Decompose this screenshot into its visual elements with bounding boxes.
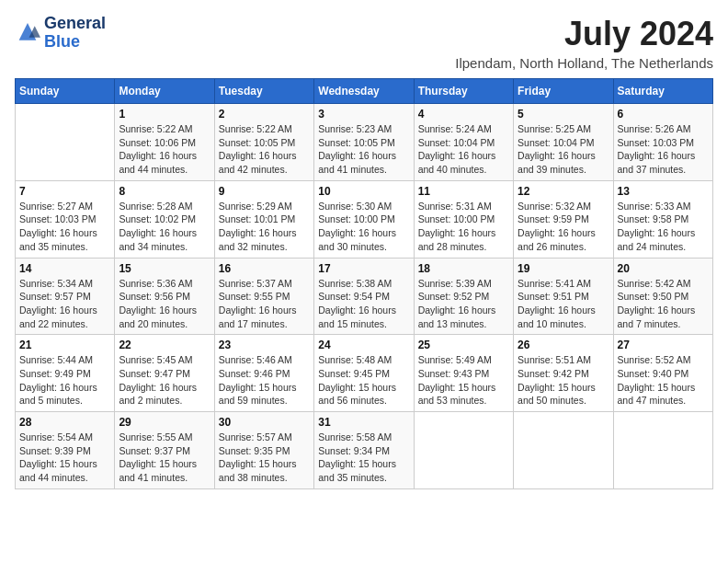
calendar-header-row: SundayMondayTuesdayWednesdayThursdayFrid…	[16, 79, 713, 104]
day-cell: 21Sunrise: 5:44 AM Sunset: 9:49 PM Dayli…	[16, 335, 115, 412]
day-cell: 29Sunrise: 5:55 AM Sunset: 9:37 PM Dayli…	[115, 412, 214, 489]
page-header: General Blue July 2024 Ilpendam, North H…	[15, 15, 713, 71]
day-info: Sunrise: 5:31 AM Sunset: 10:00 PM Daylig…	[418, 200, 509, 254]
week-row-5: 28Sunrise: 5:54 AM Sunset: 9:39 PM Dayli…	[16, 412, 713, 489]
day-number: 18	[418, 262, 509, 275]
day-cell	[514, 412, 613, 489]
day-cell: 23Sunrise: 5:46 AM Sunset: 9:46 PM Dayli…	[214, 335, 313, 412]
day-cell: 27Sunrise: 5:52 AM Sunset: 9:40 PM Dayli…	[613, 335, 712, 412]
day-info: Sunrise: 5:22 AM Sunset: 10:05 PM Daylig…	[219, 122, 310, 177]
day-cell: 18Sunrise: 5:39 AM Sunset: 9:52 PM Dayli…	[414, 258, 513, 335]
title-area: July 2024 Ilpendam, North Holland, The N…	[455, 15, 713, 71]
day-cell: 30Sunrise: 5:57 AM Sunset: 9:35 PM Dayli…	[214, 412, 313, 489]
day-cell: 11Sunrise: 5:31 AM Sunset: 10:00 PM Dayl…	[414, 180, 513, 258]
day-number: 12	[518, 185, 609, 198]
day-cell: 31Sunrise: 5:58 AM Sunset: 9:34 PM Dayli…	[314, 412, 414, 489]
day-number: 16	[219, 262, 310, 275]
day-number: 6	[618, 108, 709, 121]
day-number: 10	[318, 185, 409, 198]
day-info: Sunrise: 5:41 AM Sunset: 9:51 PM Dayligh…	[518, 277, 609, 331]
day-info: Sunrise: 5:54 AM Sunset: 9:39 PM Dayligh…	[19, 431, 110, 485]
day-info: Sunrise: 5:28 AM Sunset: 10:02 PM Daylig…	[119, 200, 210, 254]
day-info: Sunrise: 5:57 AM Sunset: 9:35 PM Dayligh…	[219, 431, 310, 485]
day-number: 28	[19, 416, 110, 429]
day-cell: 7Sunrise: 5:27 AM Sunset: 10:03 PM Dayli…	[16, 180, 115, 258]
logo-line2: Blue	[44, 33, 106, 52]
day-number: 7	[19, 185, 110, 198]
day-cell: 26Sunrise: 5:51 AM Sunset: 9:42 PM Dayli…	[514, 335, 613, 412]
day-info: Sunrise: 5:27 AM Sunset: 10:03 PM Daylig…	[19, 200, 110, 254]
day-cell: 12Sunrise: 5:32 AM Sunset: 9:59 PM Dayli…	[514, 180, 613, 258]
day-cell: 28Sunrise: 5:54 AM Sunset: 9:39 PM Dayli…	[16, 412, 115, 489]
day-cell: 20Sunrise: 5:42 AM Sunset: 9:50 PM Dayli…	[613, 258, 712, 335]
day-number: 3	[318, 108, 409, 121]
day-info: Sunrise: 5:25 AM Sunset: 10:04 PM Daylig…	[518, 122, 609, 177]
day-cell: 4Sunrise: 5:24 AM Sunset: 10:04 PM Dayli…	[414, 104, 513, 181]
day-number: 15	[119, 262, 210, 275]
month-title: July 2024	[455, 15, 713, 53]
day-cell: 22Sunrise: 5:45 AM Sunset: 9:47 PM Dayli…	[115, 335, 214, 412]
day-cell: 25Sunrise: 5:49 AM Sunset: 9:43 PM Dayli…	[414, 335, 513, 412]
logo-text: General Blue	[44, 15, 106, 52]
day-number: 17	[318, 262, 409, 275]
day-info: Sunrise: 5:46 AM Sunset: 9:46 PM Dayligh…	[219, 353, 310, 408]
day-info: Sunrise: 5:38 AM Sunset: 9:54 PM Dayligh…	[318, 277, 409, 331]
logo-line1: General	[44, 15, 106, 33]
day-number: 11	[418, 185, 509, 198]
day-cell: 9Sunrise: 5:29 AM Sunset: 10:01 PM Dayli…	[214, 180, 313, 258]
col-header-friday: Friday	[514, 79, 613, 104]
day-number: 9	[219, 185, 310, 198]
day-info: Sunrise: 5:39 AM Sunset: 9:52 PM Dayligh…	[418, 277, 509, 331]
day-number: 14	[19, 262, 110, 275]
day-number: 23	[219, 339, 310, 351]
day-info: Sunrise: 5:32 AM Sunset: 9:59 PM Dayligh…	[518, 200, 609, 254]
day-cell: 2Sunrise: 5:22 AM Sunset: 10:05 PM Dayli…	[214, 104, 313, 181]
day-info: Sunrise: 5:49 AM Sunset: 9:43 PM Dayligh…	[418, 353, 509, 408]
day-info: Sunrise: 5:42 AM Sunset: 9:50 PM Dayligh…	[618, 277, 709, 331]
day-cell	[16, 104, 115, 181]
day-cell: 19Sunrise: 5:41 AM Sunset: 9:51 PM Dayli…	[514, 258, 613, 335]
day-cell: 8Sunrise: 5:28 AM Sunset: 10:02 PM Dayli…	[115, 180, 214, 258]
day-number: 1	[119, 108, 210, 121]
day-number: 20	[618, 262, 709, 275]
logo: General Blue	[15, 15, 106, 52]
week-row-2: 7Sunrise: 5:27 AM Sunset: 10:03 PM Dayli…	[16, 180, 713, 258]
logo-icon	[15, 20, 40, 46]
day-number: 30	[219, 416, 310, 429]
day-number: 2	[219, 108, 310, 121]
day-number: 27	[618, 339, 709, 351]
day-info: Sunrise: 5:45 AM Sunset: 9:47 PM Dayligh…	[119, 353, 210, 408]
col-header-saturday: Saturday	[613, 79, 712, 104]
day-cell: 3Sunrise: 5:23 AM Sunset: 10:05 PM Dayli…	[314, 104, 414, 181]
location-title: Ilpendam, North Holland, The Netherlands	[455, 55, 713, 71]
day-info: Sunrise: 5:26 AM Sunset: 10:03 PM Daylig…	[618, 122, 709, 177]
day-info: Sunrise: 5:24 AM Sunset: 10:04 PM Daylig…	[418, 122, 509, 177]
day-cell: 14Sunrise: 5:34 AM Sunset: 9:57 PM Dayli…	[16, 258, 115, 335]
day-number: 24	[318, 339, 409, 351]
col-header-thursday: Thursday	[414, 79, 513, 104]
day-info: Sunrise: 5:58 AM Sunset: 9:34 PM Dayligh…	[318, 431, 409, 485]
day-number: 19	[518, 262, 609, 275]
calendar-table: SundayMondayTuesdayWednesdayThursdayFrid…	[15, 78, 713, 489]
day-info: Sunrise: 5:23 AM Sunset: 10:05 PM Daylig…	[318, 122, 409, 177]
day-info: Sunrise: 5:48 AM Sunset: 9:45 PM Dayligh…	[318, 353, 409, 408]
day-number: 21	[19, 339, 110, 351]
day-number: 31	[318, 416, 409, 429]
day-info: Sunrise: 5:37 AM Sunset: 9:55 PM Dayligh…	[219, 277, 310, 331]
day-cell	[414, 412, 513, 489]
day-info: Sunrise: 5:36 AM Sunset: 9:56 PM Dayligh…	[119, 277, 210, 331]
day-cell: 13Sunrise: 5:33 AM Sunset: 9:58 PM Dayli…	[613, 180, 712, 258]
day-cell: 10Sunrise: 5:30 AM Sunset: 10:00 PM Dayl…	[314, 180, 414, 258]
day-cell: 17Sunrise: 5:38 AM Sunset: 9:54 PM Dayli…	[314, 258, 414, 335]
day-number: 22	[119, 339, 210, 351]
day-number: 4	[418, 108, 509, 121]
day-info: Sunrise: 5:30 AM Sunset: 10:00 PM Daylig…	[318, 200, 409, 254]
day-number: 26	[518, 339, 609, 351]
day-info: Sunrise: 5:29 AM Sunset: 10:01 PM Daylig…	[219, 200, 310, 254]
week-row-1: 1Sunrise: 5:22 AM Sunset: 10:06 PM Dayli…	[16, 104, 713, 181]
day-cell	[613, 412, 712, 489]
col-header-monday: Monday	[115, 79, 214, 104]
day-number: 8	[119, 185, 210, 198]
col-header-sunday: Sunday	[16, 79, 115, 104]
day-cell: 6Sunrise: 5:26 AM Sunset: 10:03 PM Dayli…	[613, 104, 712, 181]
